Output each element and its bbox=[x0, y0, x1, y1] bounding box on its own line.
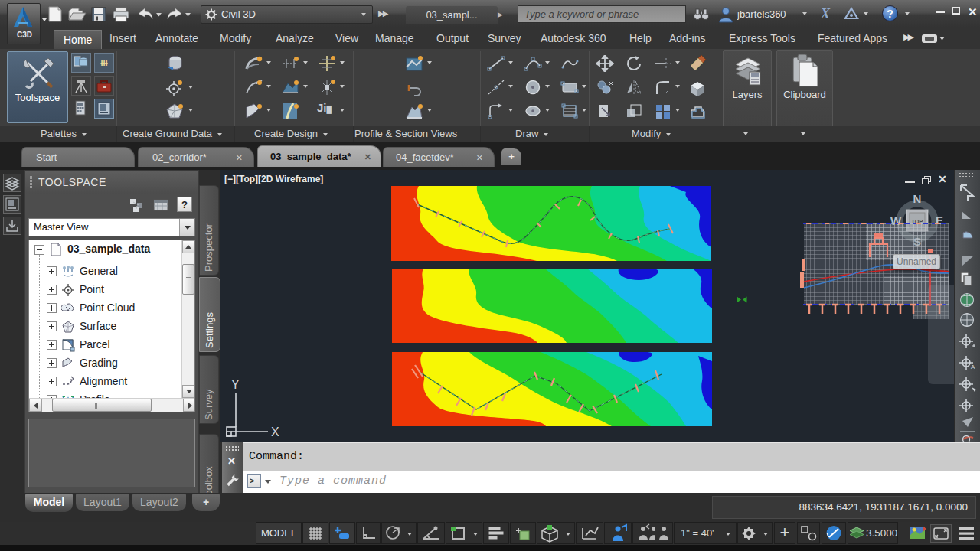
svg-text:Y: Y bbox=[231, 378, 240, 391]
svg-text:A: A bbox=[971, 364, 975, 370]
svg-text:N: N bbox=[913, 192, 922, 205]
svg-text:X: X bbox=[271, 425, 279, 439]
